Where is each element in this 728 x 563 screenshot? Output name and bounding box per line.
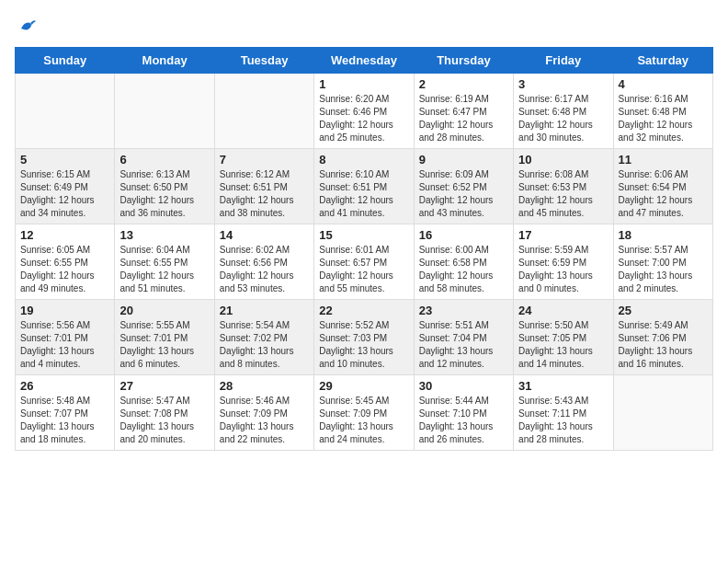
- calendar: SundayMondayTuesdayWednesdayThursdayFrid…: [15, 47, 713, 451]
- day-info: Sunrise: 6:01 AMSunset: 6:57 PMDaylight:…: [319, 244, 408, 295]
- day-header-tuesday: Tuesday: [214, 47, 313, 73]
- day-number: 3: [518, 77, 608, 91]
- day-number: 23: [419, 304, 508, 317]
- calendar-day-cell: 3Sunrise: 6:17 AMSunset: 6:48 PMDaylight…: [514, 73, 613, 148]
- calendar-day-cell: 2Sunrise: 6:19 AMSunset: 6:47 PMDaylight…: [414, 73, 513, 148]
- calendar-day-cell: 15Sunrise: 6:01 AMSunset: 6:57 PMDayligh…: [314, 224, 414, 299]
- day-number: 16: [419, 228, 508, 242]
- calendar-week-row: 26Sunrise: 5:48 AMSunset: 7:07 PMDayligh…: [16, 374, 713, 450]
- day-number: 14: [220, 228, 309, 242]
- day-info: Sunrise: 5:50 AMSunset: 7:05 PMDaylight:…: [518, 319, 608, 371]
- day-number: 21: [220, 304, 309, 317]
- day-info: Sunrise: 6:06 AMSunset: 6:54 PMDaylight:…: [619, 168, 708, 220]
- day-info: Sunrise: 5:48 AMSunset: 7:07 PMDaylight:…: [20, 395, 109, 446]
- day-info: Sunrise: 6:04 AMSunset: 6:55 PMDaylight:…: [119, 244, 209, 295]
- calendar-header-row: SundayMondayTuesdayWednesdayThursdayFrid…: [16, 47, 713, 73]
- calendar-day-cell: 30Sunrise: 5:44 AMSunset: 7:10 PMDayligh…: [414, 374, 513, 450]
- calendar-day-cell: 23Sunrise: 5:51 AMSunset: 7:04 PMDayligh…: [414, 299, 513, 374]
- day-info: Sunrise: 5:59 AMSunset: 6:59 PMDaylight:…: [518, 244, 608, 295]
- day-info: Sunrise: 5:44 AMSunset: 7:10 PMDaylight:…: [419, 395, 508, 446]
- day-header-saturday: Saturday: [613, 47, 712, 73]
- day-info: Sunrise: 6:00 AMSunset: 6:58 PMDaylight:…: [419, 244, 508, 295]
- calendar-day-cell: 9Sunrise: 6:09 AMSunset: 6:52 PMDaylight…: [414, 148, 513, 224]
- calendar-day-cell: 25Sunrise: 5:49 AMSunset: 7:06 PMDayligh…: [613, 299, 712, 374]
- day-info: Sunrise: 6:16 AMSunset: 6:48 PMDaylight:…: [619, 93, 708, 144]
- day-number: 2: [419, 77, 508, 91]
- day-number: 10: [518, 153, 608, 167]
- day-number: 6: [119, 153, 209, 167]
- day-header-sunday: Sunday: [16, 47, 115, 73]
- calendar-day-cell: 8Sunrise: 6:10 AMSunset: 6:51 PMDaylight…: [314, 148, 414, 224]
- calendar-week-row: 1Sunrise: 6:20 AMSunset: 6:46 PMDaylight…: [16, 73, 713, 148]
- calendar-day-cell: 29Sunrise: 5:45 AMSunset: 7:09 PMDayligh…: [314, 374, 414, 450]
- calendar-day-cell: 17Sunrise: 5:59 AMSunset: 6:59 PMDayligh…: [514, 224, 613, 299]
- day-info: Sunrise: 5:47 AMSunset: 7:08 PMDaylight:…: [119, 395, 209, 446]
- day-number: 13: [119, 228, 209, 242]
- page-header: [15, 15, 713, 36]
- day-number: 26: [20, 379, 109, 393]
- calendar-day-cell: 22Sunrise: 5:52 AMSunset: 7:03 PMDayligh…: [314, 299, 414, 374]
- calendar-day-cell: 12Sunrise: 6:05 AMSunset: 6:55 PMDayligh…: [16, 224, 115, 299]
- day-info: Sunrise: 6:05 AMSunset: 6:55 PMDaylight:…: [20, 244, 109, 295]
- logo-bird-icon: [17, 16, 38, 36]
- day-number: 20: [119, 304, 209, 317]
- day-number: 17: [518, 228, 608, 242]
- day-info: Sunrise: 5:45 AMSunset: 7:09 PMDaylight:…: [319, 395, 408, 446]
- day-info: Sunrise: 5:51 AMSunset: 7:04 PMDaylight:…: [419, 319, 508, 371]
- day-info: Sunrise: 6:12 AMSunset: 6:51 PMDaylight:…: [220, 168, 309, 220]
- day-number: 9: [419, 153, 508, 167]
- calendar-day-cell: [115, 73, 214, 148]
- day-info: Sunrise: 6:13 AMSunset: 6:50 PMDaylight:…: [119, 168, 209, 220]
- day-number: 12: [20, 228, 109, 242]
- day-number: 31: [518, 379, 608, 393]
- day-header-monday: Monday: [115, 47, 214, 73]
- day-number: 18: [619, 228, 708, 242]
- day-number: 5: [20, 153, 109, 167]
- day-header-friday: Friday: [514, 47, 613, 73]
- day-number: 22: [319, 304, 408, 317]
- day-info: Sunrise: 6:09 AMSunset: 6:52 PMDaylight:…: [419, 168, 508, 220]
- calendar-day-cell: 10Sunrise: 6:08 AMSunset: 6:53 PMDayligh…: [514, 148, 613, 224]
- calendar-day-cell: 14Sunrise: 6:02 AMSunset: 6:56 PMDayligh…: [214, 224, 313, 299]
- calendar-day-cell: 28Sunrise: 5:46 AMSunset: 7:09 PMDayligh…: [214, 374, 313, 450]
- day-number: 25: [619, 304, 708, 317]
- day-info: Sunrise: 5:56 AMSunset: 7:01 PMDaylight:…: [20, 319, 109, 371]
- day-number: 30: [419, 379, 508, 393]
- calendar-day-cell: 21Sunrise: 5:54 AMSunset: 7:02 PMDayligh…: [214, 299, 313, 374]
- day-number: 1: [319, 77, 408, 91]
- day-info: Sunrise: 5:46 AMSunset: 7:09 PMDaylight:…: [220, 395, 309, 446]
- calendar-day-cell: 19Sunrise: 5:56 AMSunset: 7:01 PMDayligh…: [16, 299, 115, 374]
- calendar-day-cell: 1Sunrise: 6:20 AMSunset: 6:46 PMDaylight…: [314, 73, 414, 148]
- calendar-day-cell: 4Sunrise: 6:16 AMSunset: 6:48 PMDaylight…: [613, 73, 712, 148]
- calendar-day-cell: 24Sunrise: 5:50 AMSunset: 7:05 PMDayligh…: [514, 299, 613, 374]
- day-number: 28: [220, 379, 309, 393]
- calendar-day-cell: 11Sunrise: 6:06 AMSunset: 6:54 PMDayligh…: [613, 148, 712, 224]
- calendar-week-row: 12Sunrise: 6:05 AMSunset: 6:55 PMDayligh…: [16, 224, 713, 299]
- day-info: Sunrise: 6:08 AMSunset: 6:53 PMDaylight:…: [518, 168, 608, 220]
- day-number: 19: [20, 304, 109, 317]
- day-info: Sunrise: 6:20 AMSunset: 6:46 PMDaylight:…: [319, 93, 408, 144]
- calendar-day-cell: [613, 374, 712, 450]
- day-header-thursday: Thursday: [414, 47, 513, 73]
- day-info: Sunrise: 6:10 AMSunset: 6:51 PMDaylight:…: [319, 168, 408, 220]
- calendar-day-cell: 27Sunrise: 5:47 AMSunset: 7:08 PMDayligh…: [115, 374, 214, 450]
- calendar-day-cell: [16, 73, 115, 148]
- calendar-day-cell: 31Sunrise: 5:43 AMSunset: 7:11 PMDayligh…: [514, 374, 613, 450]
- day-number: 15: [319, 228, 408, 242]
- day-number: 27: [119, 379, 209, 393]
- day-info: Sunrise: 6:17 AMSunset: 6:48 PMDaylight:…: [518, 93, 608, 144]
- day-number: 4: [619, 77, 708, 91]
- day-number: 7: [220, 153, 309, 167]
- day-info: Sunrise: 6:19 AMSunset: 6:47 PMDaylight:…: [419, 93, 508, 144]
- day-info: Sunrise: 5:43 AMSunset: 7:11 PMDaylight:…: [518, 395, 608, 446]
- calendar-week-row: 19Sunrise: 5:56 AMSunset: 7:01 PMDayligh…: [16, 299, 713, 374]
- calendar-day-cell: [214, 73, 313, 148]
- calendar-day-cell: 6Sunrise: 6:13 AMSunset: 6:50 PMDaylight…: [115, 148, 214, 224]
- day-header-wednesday: Wednesday: [314, 47, 414, 73]
- calendar-day-cell: 13Sunrise: 6:04 AMSunset: 6:55 PMDayligh…: [115, 224, 214, 299]
- logo: [15, 15, 38, 36]
- calendar-week-row: 5Sunrise: 6:15 AMSunset: 6:49 PMDaylight…: [16, 148, 713, 224]
- day-info: Sunrise: 5:57 AMSunset: 7:00 PMDaylight:…: [619, 244, 708, 295]
- calendar-day-cell: 20Sunrise: 5:55 AMSunset: 7:01 PMDayligh…: [115, 299, 214, 374]
- calendar-day-cell: 16Sunrise: 6:00 AMSunset: 6:58 PMDayligh…: [414, 224, 513, 299]
